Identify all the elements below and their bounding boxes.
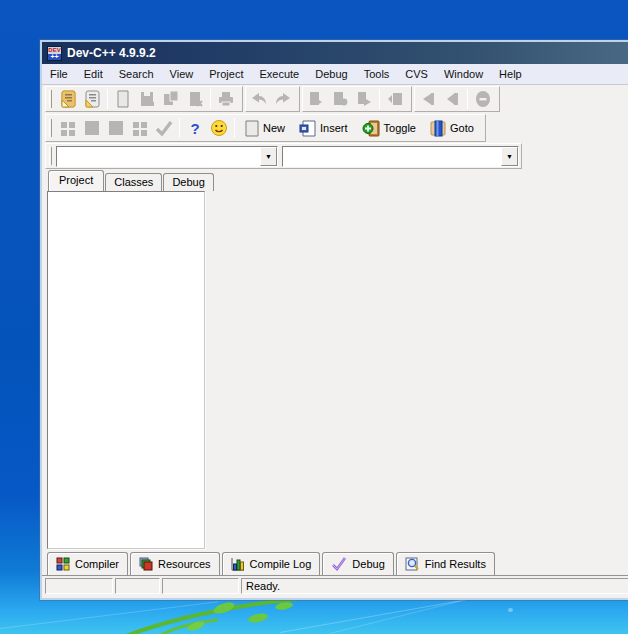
report-tab-strip: Compiler Resources Compile Log Debug Fin… xyxy=(42,551,628,576)
fix-indent-icon-disabled xyxy=(104,117,128,139)
new-page-icon xyxy=(245,120,259,137)
toolbar-gripper[interactable] xyxy=(49,119,52,137)
menu-edit[interactable]: Edit xyxy=(76,65,111,83)
toolbar-band-project: ? New Insert Toggle xyxy=(45,114,486,142)
add-to-project-icon-disabled xyxy=(56,117,80,139)
status-message: Ready. xyxy=(241,578,628,594)
menu-view[interactable]: View xyxy=(162,65,202,83)
status-bar: Ready. xyxy=(42,576,628,598)
menu-window[interactable]: Window xyxy=(436,65,491,83)
tab-find-results-label: Find Results xyxy=(425,558,486,570)
menu-project[interactable]: Project xyxy=(201,65,251,83)
menu-tools[interactable]: Tools xyxy=(356,65,398,83)
compile-and-run-icon-disabled xyxy=(352,88,376,110)
new-project-icon[interactable] xyxy=(56,88,80,110)
open-icon[interactable] xyxy=(80,88,104,110)
tab-compiler[interactable]: Compiler xyxy=(47,552,128,575)
menu-cvs[interactable]: CVS xyxy=(397,65,436,83)
toggle-icon xyxy=(362,120,380,137)
toolbar-separator xyxy=(234,118,235,138)
member-browser-combo[interactable]: ▼ xyxy=(282,146,519,167)
toggle-button[interactable]: Toggle xyxy=(355,116,423,140)
debug-icon-disabled xyxy=(416,88,440,110)
syntax-check-icon-disabled xyxy=(152,117,176,139)
tab-compile-log-label: Compile Log xyxy=(250,558,312,570)
compile-log-chart-icon xyxy=(231,557,245,571)
tab-resources[interactable]: Resources xyxy=(130,552,220,575)
toolbar-band-debug xyxy=(414,86,500,112)
member-browser-combo-input[interactable] xyxy=(283,147,501,166)
print-icon-disabled xyxy=(214,88,238,110)
toolbar-separator xyxy=(179,118,180,138)
new-snippet-label: New xyxy=(263,122,285,134)
goto-button[interactable]: Goto xyxy=(423,116,481,140)
client-area: Project Classes Debug Compiler Resources xyxy=(42,169,628,598)
find-results-magnifier-icon xyxy=(405,557,420,571)
profile-icon-disabled xyxy=(440,88,464,110)
menu-bar: File Edit Search View Project Execute De… xyxy=(42,64,628,85)
goto-icon xyxy=(430,120,446,137)
menu-help[interactable]: Help xyxy=(491,65,530,83)
menu-search[interactable]: Search xyxy=(111,65,162,83)
desktop-wallpaper: DEV ++ Dev-C++ 4.9.9.2 File Edit Search … xyxy=(0,0,628,634)
toolbar-separator xyxy=(107,89,108,109)
toolbar-project-row: ? New Insert Toggle xyxy=(42,113,628,143)
class-browser-combo-input[interactable] xyxy=(57,147,260,166)
menu-debug[interactable]: Debug xyxy=(307,65,355,83)
toolbar-separator xyxy=(467,89,468,109)
status-cell-3 xyxy=(162,578,239,594)
help-icon[interactable]: ? xyxy=(183,117,207,139)
tab-debug-report[interactable]: Debug xyxy=(322,552,393,575)
class-browser-combo[interactable]: ▼ xyxy=(56,146,278,167)
run-icon-disabled xyxy=(328,88,352,110)
close-file-icon-disabled xyxy=(183,88,207,110)
abort-icon-disabled xyxy=(471,88,495,110)
tab-debug[interactable]: Debug xyxy=(163,173,213,191)
status-cell-2 xyxy=(115,578,160,594)
new-snippet-button[interactable]: New xyxy=(238,116,292,140)
window-title: Dev-C++ 4.9.9.2 xyxy=(67,46,156,60)
debug-check-icon xyxy=(331,557,347,571)
tab-project[interactable]: Project xyxy=(48,170,104,191)
tab-resources-label: Resources xyxy=(158,558,211,570)
tab-classes[interactable]: Classes xyxy=(105,173,162,191)
project-tree-panel[interactable] xyxy=(47,191,205,549)
toolbar-main xyxy=(42,85,628,113)
toolbar-band-edit xyxy=(245,86,300,112)
toolbar-separator xyxy=(210,89,211,109)
editor-empty-area xyxy=(205,191,628,549)
compiler-squares-icon xyxy=(56,557,70,571)
class-combo-dropdown-button[interactable]: ▼ xyxy=(260,147,277,166)
title-bar[interactable]: DEV ++ Dev-C++ 4.9.9.2 xyxy=(42,42,628,64)
tab-find-results[interactable]: Find Results xyxy=(396,552,495,575)
toolbar-separator xyxy=(379,89,380,109)
insert-label: Insert xyxy=(320,122,348,134)
devcpp-window: DEV ++ Dev-C++ 4.9.9.2 File Edit Search … xyxy=(40,40,628,600)
save-icon-disabled xyxy=(135,88,159,110)
insert-button[interactable]: Insert xyxy=(292,116,355,140)
member-combo-dropdown-button[interactable]: ▼ xyxy=(501,147,518,166)
undo-icon-disabled xyxy=(247,88,271,110)
wallpaper-sprig xyxy=(118,596,308,634)
new-source-file-icon[interactable] xyxy=(111,88,135,110)
status-cell-1 xyxy=(45,578,113,594)
left-tab-strip: Project Classes Debug xyxy=(42,169,628,191)
menu-execute[interactable]: Execute xyxy=(251,65,307,83)
redo-icon-disabled xyxy=(271,88,295,110)
compile-icon-disabled xyxy=(304,88,328,110)
resources-stack-icon xyxy=(139,557,153,571)
toolbar-band-file xyxy=(45,86,243,112)
save-all-icon-disabled xyxy=(159,88,183,110)
toolbar-band-combos: ▼ ▼ xyxy=(45,143,522,169)
chevron-down-icon: ▼ xyxy=(506,153,513,160)
wallpaper-dot xyxy=(508,608,513,612)
rebuild-all-icon-disabled xyxy=(383,88,407,110)
navigation-combos-row: ▼ ▼ xyxy=(42,143,628,169)
goto-label: Goto xyxy=(450,122,474,134)
menu-file[interactable]: File xyxy=(42,65,76,83)
about-smiley-icon[interactable] xyxy=(207,117,231,139)
toolbar-gripper[interactable] xyxy=(49,147,52,165)
tab-compile-log[interactable]: Compile Log xyxy=(222,552,321,575)
tab-debug-report-label: Debug xyxy=(352,558,384,570)
toolbar-gripper[interactable] xyxy=(49,90,52,108)
